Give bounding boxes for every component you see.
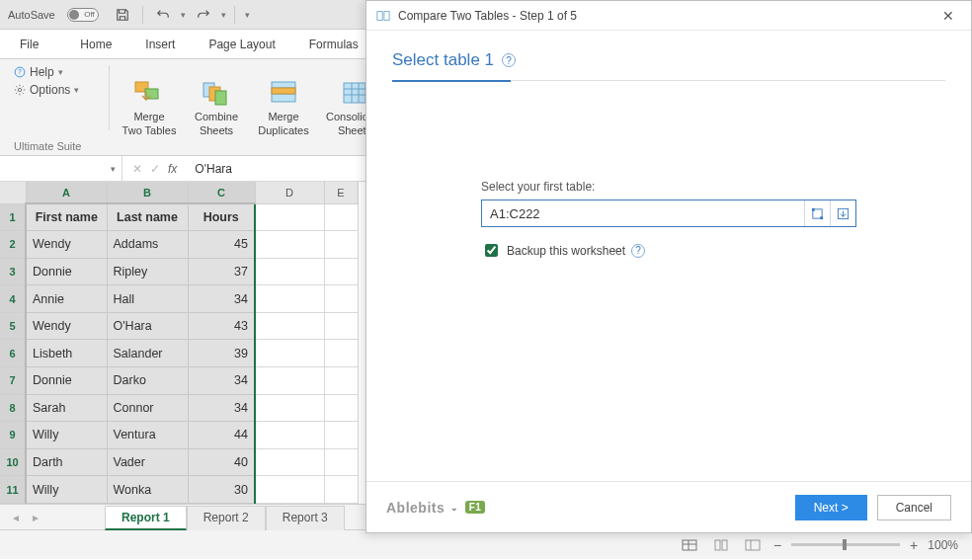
cell[interactable] — [324, 231, 358, 259]
cell[interactable] — [255, 312, 324, 340]
range-input[interactable] — [482, 206, 804, 221]
options-button[interactable]: Options ▾ — [14, 83, 101, 97]
cell[interactable]: Wendy — [26, 231, 107, 259]
view-normal-icon[interactable] — [679, 536, 700, 554]
cell[interactable] — [255, 231, 324, 259]
cell[interactable] — [255, 203, 324, 231]
sheet-tab[interactable]: Report 3 — [266, 506, 345, 530]
name-box[interactable]: ▾ — [0, 156, 122, 181]
cell[interactable] — [324, 367, 358, 395]
row-header[interactable]: 7 — [0, 367, 26, 395]
dialog-titlebar[interactable]: Compare Two Tables - Step 1 of 5 ✕ — [366, 1, 971, 31]
cell[interactable]: Donnie — [26, 258, 107, 285]
cell[interactable]: Darth — [26, 448, 107, 476]
col-header[interactable]: A — [26, 182, 107, 203]
ribbon-tab-formulas[interactable]: Formulas — [303, 38, 364, 51]
row-header[interactable]: 9 — [0, 422, 26, 449]
cell[interactable]: Ventura — [107, 422, 188, 449]
cell[interactable]: Ripley — [107, 258, 188, 285]
merge-duplicates-button[interactable]: Merge Duplicates — [248, 77, 319, 136]
fx-icon[interactable]: fx — [168, 162, 177, 176]
redo-dropdown-icon[interactable]: ▾ — [221, 10, 226, 20]
cell[interactable] — [255, 448, 324, 476]
help-icon[interactable]: ? — [502, 53, 516, 67]
sheet-tab[interactable]: Report 1 — [105, 506, 187, 530]
cell[interactable]: 34 — [188, 367, 255, 395]
backup-checkbox[interactable] — [485, 244, 498, 257]
row-header[interactable]: 8 — [0, 394, 26, 422]
cell[interactable]: Connor — [107, 394, 188, 422]
combine-sheets-button[interactable]: Combine Sheets — [185, 77, 248, 136]
col-header[interactable]: D — [255, 182, 324, 203]
cell[interactable] — [324, 476, 358, 504]
next-button[interactable]: Next > — [795, 495, 867, 520]
backup-checkbox-row[interactable]: Backup this worksheet ? — [481, 241, 856, 260]
cell[interactable] — [324, 394, 358, 422]
cell[interactable]: Annie — [26, 285, 107, 313]
row-header[interactable]: 4 — [0, 285, 26, 313]
merge-two-tables-button[interactable]: Merge Two Tables — [114, 77, 185, 136]
cancel-formula-icon[interactable]: ✕ — [132, 162, 142, 176]
cell[interactable] — [324, 340, 358, 367]
ribbon-tab-file[interactable]: File — [6, 38, 52, 51]
cell[interactable]: Willy — [26, 476, 107, 504]
cancel-button[interactable]: Cancel — [877, 495, 951, 520]
autosave-toggle[interactable]: Off — [67, 8, 99, 22]
row-header[interactable]: 5 — [0, 312, 26, 340]
cell[interactable]: 43 — [188, 312, 255, 340]
row-header[interactable]: 6 — [0, 340, 26, 367]
cell[interactable] — [255, 340, 324, 367]
cell[interactable]: 34 — [188, 285, 255, 313]
zoom-in-icon[interactable]: + — [910, 537, 918, 553]
qat-customize-icon[interactable]: ▾ — [245, 10, 250, 20]
row-header[interactable]: 11 — [0, 476, 26, 504]
zoom-value[interactable]: 100% — [928, 538, 958, 552]
col-header[interactable]: C — [188, 182, 255, 203]
help-button[interactable]: ? Help ▾ — [14, 65, 101, 79]
cell[interactable]: Addams — [107, 231, 188, 259]
cell[interactable]: 30 — [188, 476, 255, 504]
close-icon[interactable]: ✕ — [935, 8, 961, 24]
cell[interactable] — [255, 422, 324, 449]
cell[interactable]: O'Hara — [107, 312, 188, 340]
view-pagelayout-icon[interactable] — [710, 536, 732, 554]
cell[interactable] — [324, 285, 358, 313]
enter-formula-icon[interactable]: ✓ — [150, 162, 160, 176]
row-header[interactable]: 3 — [0, 258, 26, 285]
col-header[interactable]: B — [107, 182, 188, 203]
cell[interactable]: 44 — [188, 422, 255, 449]
zoom-slider[interactable] — [791, 543, 900, 546]
help-icon[interactable]: ? — [631, 244, 645, 258]
cell[interactable] — [255, 285, 324, 313]
table-header-cell[interactable]: Hours — [188, 203, 255, 231]
cell[interactable] — [255, 258, 324, 285]
row-header[interactable]: 1 — [0, 203, 26, 231]
range-select-icon[interactable] — [804, 200, 830, 226]
cell[interactable]: Hall — [107, 285, 188, 313]
cell[interactable]: 34 — [188, 394, 255, 422]
undo-dropdown-icon[interactable]: ▾ — [181, 10, 186, 20]
cell[interactable]: Vader — [107, 448, 188, 476]
cell[interactable]: Wendy — [26, 312, 107, 340]
cell[interactable]: 45 — [188, 231, 255, 259]
sheet-nav-prev-icon[interactable]: ◂ — [6, 511, 26, 524]
cell[interactable]: Willy — [26, 422, 107, 449]
redo-icon[interactable] — [192, 3, 215, 27]
ribbon-tab-insert[interactable]: Insert — [139, 38, 181, 51]
brand-label[interactable]: Ablebits ⌄ F1 — [386, 500, 485, 516]
row-header[interactable]: 10 — [0, 448, 26, 476]
table-header-cell[interactable]: First name — [26, 203, 107, 231]
table-header-cell[interactable]: Last name — [107, 203, 188, 231]
cell[interactable]: Darko — [107, 367, 188, 395]
cell[interactable] — [255, 476, 324, 504]
cell[interactable]: Salander — [107, 340, 188, 367]
zoom-out-icon[interactable]: − — [773, 537, 781, 553]
cell[interactable] — [324, 448, 358, 476]
cell[interactable]: Lisbeth — [26, 340, 107, 367]
sheet-nav-next-icon[interactable]: ▸ — [26, 511, 45, 524]
range-expand-icon[interactable] — [830, 200, 855, 226]
cell[interactable]: 39 — [188, 340, 255, 367]
cell[interactable] — [324, 422, 358, 449]
cell[interactable]: 37 — [188, 258, 255, 285]
cell[interactable]: Sarah — [26, 394, 107, 422]
